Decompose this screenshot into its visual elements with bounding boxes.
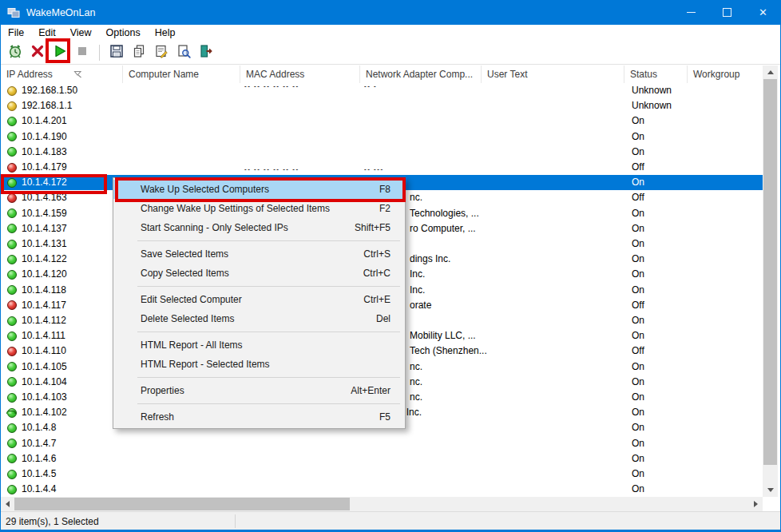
- menu-item-shortcut: Ctrl+E: [363, 290, 390, 309]
- column-header-ip-address[interactable]: IP Address: [1, 66, 123, 83]
- app-icon: [7, 6, 20, 19]
- computer-row-10.1.4.190[interactable]: 10.1.4.190On: [1, 129, 763, 145]
- column-header-workgroup[interactable]: Workgroup: [688, 66, 763, 83]
- status-value: On: [632, 145, 644, 160]
- menu-item-label: Delete Selected Items: [141, 313, 234, 324]
- menu-item-edit-selected-computer[interactable]: Edit Selected ComputerCtrl+E: [113, 290, 405, 309]
- scroll-right-arrow[interactable]: [749, 497, 763, 511]
- clipped-row-dot: [6, 411, 16, 414]
- network-adapter-partial: Inc.: [410, 267, 425, 282]
- status-value: On: [632, 175, 644, 190]
- column-header-user-text[interactable]: User Text: [482, 66, 624, 83]
- menu-item-label: Properties: [141, 385, 184, 396]
- ip-address: 10.1.4.159: [22, 206, 67, 221]
- mac-clipped-fragment: -- -- -- -- -- --: [244, 83, 299, 89]
- ip-address: 10.1.4.111: [22, 328, 65, 343]
- ip-address: 10.1.4.172: [22, 175, 67, 190]
- column-header-label: IP Address: [6, 69, 53, 80]
- menu-item-copy-selected-items[interactable]: Copy Selected ItemsCtrl+C: [113, 264, 405, 283]
- toolbar: [1, 41, 780, 65]
- column-header-network-adapter-comp[interactable]: Network Adapter Comp...: [360, 66, 482, 83]
- sort-desc-icon: [73, 66, 82, 83]
- stop-scanning-button[interactable]: [72, 42, 93, 63]
- menu-item-delete-selected-items[interactable]: Delete Selected ItemsDel: [113, 309, 405, 328]
- menu-item-shortcut: Del: [376, 309, 390, 328]
- computer-row-192.168.1.50[interactable]: 192.168.1.50-- -- -- -- -- ---- -Unknown: [1, 83, 763, 98]
- horizontal-scrollbar[interactable]: [1, 497, 763, 511]
- properties-button[interactable]: [151, 42, 172, 63]
- column-header-label: MAC Address: [246, 69, 304, 80]
- status-dot-green: [7, 270, 17, 280]
- menubar-item-view[interactable]: View: [63, 25, 99, 41]
- network-adapter-partial: orate: [410, 298, 431, 313]
- menu-item-label: Wake Up Selected Computers: [141, 184, 269, 195]
- start-scanning-button[interactable]: [5, 42, 26, 63]
- vertical-scrollbar[interactable]: [763, 66, 778, 497]
- status-dot-green: [7, 132, 17, 141]
- close-button[interactable]: ✕: [745, 0, 781, 25]
- ip-address: 10.1.4.118: [22, 283, 66, 298]
- adapter-clipped-fragment: -- ---: [364, 166, 384, 173]
- status-value: On: [632, 313, 644, 328]
- menu-item-html-report-selected-items[interactable]: HTML Report - Selected Items: [113, 355, 405, 374]
- wake-up-button[interactable]: [50, 42, 70, 63]
- menu-item-shortcut: F5: [379, 407, 390, 427]
- status-dot-red: [7, 193, 17, 203]
- column-header-computer-name[interactable]: Computer Name: [123, 66, 240, 83]
- menubar-item-help[interactable]: Help: [148, 25, 183, 41]
- menubar-item-file[interactable]: File: [1, 25, 31, 41]
- minimize-button[interactable]: [673, 0, 709, 25]
- computer-row-10.1.4.201[interactable]: 10.1.4.201On: [1, 113, 763, 129]
- copy-button[interactable]: [129, 42, 149, 63]
- status-dot-green: [7, 117, 17, 126]
- maximize-button[interactable]: [709, 0, 745, 25]
- menubar-item-options[interactable]: Options: [99, 25, 148, 41]
- scroll-up-arrow[interactable]: [763, 66, 778, 79]
- status-dot-red: [7, 300, 17, 310]
- scroll-left-arrow[interactable]: [1, 497, 14, 511]
- status-dot-green: [7, 255, 17, 264]
- network-adapter-partial: ro Computer, ...: [410, 221, 476, 236]
- status-value: On: [632, 405, 644, 420]
- status-dot-green: [7, 423, 17, 433]
- menu-item-refresh[interactable]: RefreshF5: [113, 407, 405, 427]
- ip-address: 10.1.4.122: [22, 252, 67, 267]
- column-header-label: Status: [630, 69, 657, 80]
- menu-item-properties[interactable]: PropertiesAlt+Enter: [113, 381, 405, 400]
- computer-row-10.1.4.4[interactable]: 10.1.4.4On: [1, 482, 763, 497]
- status-value: Off: [632, 190, 644, 205]
- menu-item-html-report-all-items[interactable]: HTML Report - All Items: [113, 335, 405, 355]
- menu-item-save-selected-items[interactable]: Save Selected ItemsCtrl+S: [113, 244, 405, 264]
- menu-separator: [113, 328, 405, 335]
- computer-row-10.1.4.5[interactable]: 10.1.4.5On: [1, 466, 763, 482]
- vertical-scroll-thumb[interactable]: [763, 79, 777, 465]
- status-dot-green: [7, 147, 17, 157]
- save-button[interactable]: [106, 42, 127, 63]
- ip-address: 10.1.4.104: [22, 375, 67, 390]
- network-adapter-partial: nc.: [410, 375, 422, 390]
- computer-row-192.168.1.1[interactable]: 192.168.1.1Unknown: [1, 98, 763, 113]
- exit-button[interactable]: [196, 42, 216, 63]
- ip-address: 192.168.1.50: [22, 83, 77, 98]
- horizontal-scroll-thumb[interactable]: [14, 498, 350, 510]
- status-dot-green: [7, 240, 17, 249]
- status-value: On: [632, 206, 644, 221]
- column-header-status[interactable]: Status: [624, 66, 688, 83]
- wakemeonlan-window: WakeMeOnLan ✕ FileEditViewOptionsHelp IP…: [0, 0, 781, 532]
- menu-item-change-wake-up-settings-of-selected-items[interactable]: Change Wake Up Settings of Selected Item…: [113, 199, 405, 218]
- computer-row-10.1.4.7[interactable]: 10.1.4.7On: [1, 436, 763, 451]
- properties-icon: [153, 43, 169, 62]
- computer-row-10.1.4.179[interactable]: 10.1.4.179-- -- -- -- -- ---- ---Off: [1, 160, 763, 175]
- find-button[interactable]: [173, 42, 194, 63]
- menu-item-wake-up-selected-computers[interactable]: Wake Up Selected ComputersF8: [113, 180, 405, 199]
- menubar-item-edit[interactable]: Edit: [31, 25, 63, 41]
- delete-items-button[interactable]: [27, 42, 48, 63]
- save-icon: [109, 43, 125, 62]
- status-value: On: [632, 451, 644, 466]
- status-value: Unknown: [632, 98, 672, 113]
- column-header-mac-address[interactable]: MAC Address: [240, 66, 360, 83]
- computer-row-10.1.4.183[interactable]: 10.1.4.183On: [1, 145, 763, 160]
- computer-row-10.1.4.6[interactable]: 10.1.4.6On: [1, 451, 763, 466]
- menu-item-start-scanning-only-selected-ips[interactable]: Start Scanning - Only Selected IPsShift+…: [113, 218, 405, 237]
- scroll-down-arrow[interactable]: [763, 483, 778, 497]
